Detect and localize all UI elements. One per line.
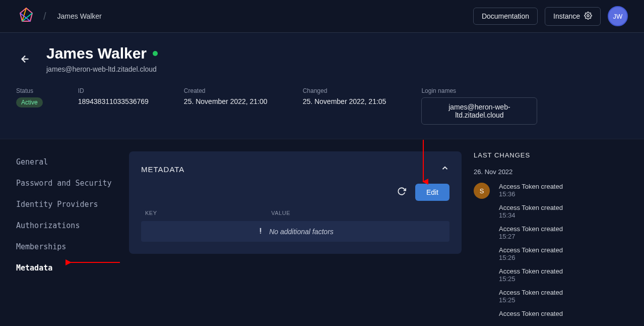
- back-button[interactable]: [16, 50, 34, 68]
- documentation-label: Documentation: [482, 12, 529, 20]
- sidebar-item-authorizations[interactable]: Authorizations: [16, 215, 117, 236]
- change-item: Access Token created 15:25: [474, 289, 625, 305]
- change-text: Access Token created: [499, 310, 563, 317]
- change-text: Access Token created: [499, 246, 563, 254]
- field-created: Created 25. November 2022, 21:00: [184, 87, 268, 125]
- change-text: Access Token created: [499, 225, 563, 233]
- change-text: Access Token created: [499, 183, 563, 190]
- metadata-title: METADATA: [141, 165, 184, 174]
- field-status: Status Active: [16, 87, 43, 125]
- change-avatar-spacer: [474, 267, 490, 284]
- id-label: ID: [78, 87, 149, 94]
- gear-icon: [584, 12, 592, 21]
- sidebar: General Password and Security Identity P…: [16, 151, 117, 326]
- changed-label: Changed: [303, 87, 387, 94]
- change-time: 15:26: [499, 254, 563, 261]
- change-time: 15:34: [499, 211, 563, 219]
- content-area: General Password and Security Identity P…: [0, 139, 644, 326]
- sidebar-item-general[interactable]: General: [16, 151, 117, 173]
- change-time: 15:25: [499, 296, 563, 304]
- documentation-button[interactable]: Documentation: [473, 8, 538, 25]
- change-avatar-spacer: [474, 246, 490, 262]
- sidebar-item-metadata[interactable]: Metadata: [16, 257, 117, 279]
- svg-point-0: [587, 15, 589, 17]
- topbar: / James Walker Documentation Instance JW: [0, 0, 644, 33]
- loginnames-value[interactable]: james@heron-web-ltd.zitadel.cloud: [421, 97, 537, 125]
- chevron-up-icon[interactable]: [440, 164, 449, 175]
- breadcrumb-user[interactable]: James Walker: [57, 12, 102, 20]
- change-text: Access Token created: [499, 204, 563, 211]
- change-item: S Access Token created 15:36: [474, 183, 625, 199]
- th-value: VALUE: [271, 210, 445, 216]
- id-value: 189438311033536769: [78, 97, 149, 105]
- change-item: Access Token created 15:27: [474, 225, 625, 241]
- svg-rect-1: [260, 228, 261, 232]
- user-email: james@heron-web-ltd.zitadel.cloud: [46, 65, 158, 73]
- created-label: Created: [184, 87, 268, 94]
- edit-button[interactable]: Edit: [415, 184, 449, 201]
- changed-value: 25. November 2022, 21:05: [303, 97, 387, 105]
- empty-text: No additional factors: [269, 228, 334, 236]
- change-avatar[interactable]: S: [474, 183, 490, 199]
- page-title: James Walker: [46, 45, 147, 62]
- change-time: 15:27: [499, 233, 563, 240]
- instance-label: Instance: [553, 12, 580, 20]
- breadcrumb-separator: /: [43, 11, 46, 22]
- svg-rect-2: [260, 233, 261, 234]
- instance-button[interactable]: Instance: [545, 7, 601, 26]
- user-header: James Walker james@heron-web-ltd.zitadel…: [0, 33, 644, 139]
- change-avatar-spacer: [474, 204, 490, 220]
- th-key: KEY: [145, 210, 271, 216]
- change-item: Access Token created: [474, 310, 625, 326]
- sidebar-item-identity-providers[interactable]: Identity Providers: [16, 194, 117, 215]
- loginnames-label: Login names: [421, 87, 537, 94]
- field-loginnames: Login names james@heron-web-ltd.zitadel.…: [421, 87, 537, 125]
- change-item: Access Token created 15:34: [474, 204, 625, 220]
- change-item: Access Token created 15:26: [474, 246, 625, 262]
- change-item: Access Token created 15:25: [474, 267, 625, 284]
- change-time: 15:36: [499, 190, 563, 198]
- created-value: 25. November 2022, 21:00: [184, 97, 268, 105]
- change-avatar-spacer: [474, 310, 490, 326]
- metadata-card: METADATA Edit KEY VALUE: [129, 151, 462, 254]
- sidebar-item-password-security[interactable]: Password and Security: [16, 173, 117, 194]
- status-dot-icon: [153, 51, 158, 56]
- change-text: Access Token created: [499, 289, 563, 296]
- last-changes-panel: LAST CHANGES 26. Nov 2022 S Access Token…: [474, 151, 625, 326]
- info-icon: [257, 227, 264, 236]
- change-text: Access Token created: [499, 267, 563, 275]
- metadata-empty-row: No additional factors: [141, 221, 449, 242]
- change-avatar-spacer: [474, 289, 490, 305]
- status-label: Status: [16, 87, 43, 94]
- avatar-initials: JW: [613, 13, 623, 20]
- zitadel-logo-icon[interactable]: [16, 6, 36, 26]
- field-changed: Changed 25. November 2022, 21:05: [303, 87, 387, 125]
- user-avatar[interactable]: JW: [608, 6, 628, 26]
- field-id: ID 189438311033536769: [78, 87, 149, 125]
- changes-title: LAST CHANGES: [474, 151, 625, 159]
- change-time: 15:25: [499, 275, 563, 283]
- refresh-icon[interactable]: [397, 187, 406, 198]
- metadata-table-header: KEY VALUE: [141, 210, 449, 216]
- sidebar-item-memberships[interactable]: Memberships: [16, 236, 117, 257]
- changes-date: 26. Nov 2022: [474, 168, 625, 176]
- status-badge: Active: [16, 97, 43, 107]
- change-avatar-spacer: [474, 225, 490, 241]
